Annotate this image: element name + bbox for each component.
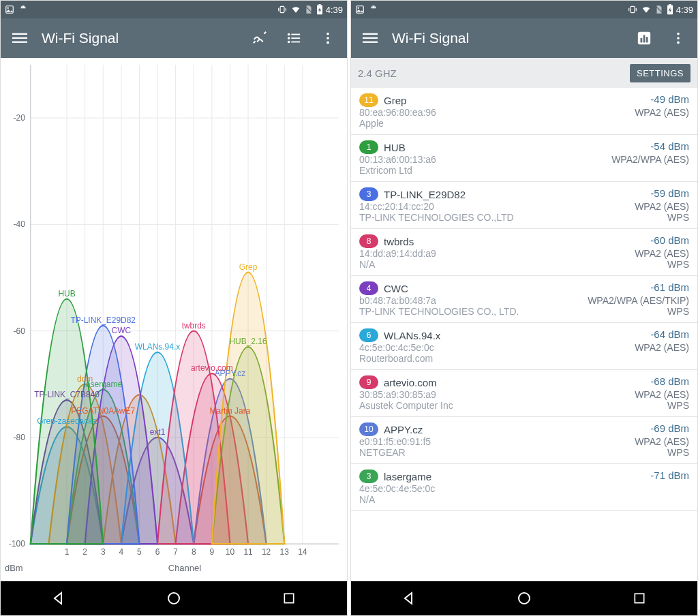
network-item[interactable]: 10 APPY.cz -69 dBm e0:91:f5:e0:91:f5 WPA… xyxy=(351,417,697,464)
svg-text:ext1: ext1 xyxy=(150,427,166,437)
app-bar: Wi-Fi Signal xyxy=(1,18,347,58)
status-time: 4:39 xyxy=(676,5,693,15)
svg-rect-15 xyxy=(291,42,300,43)
svg-point-14 xyxy=(288,41,290,44)
vendor: N/A xyxy=(359,259,629,270)
signal-dbm: -69 dBm xyxy=(635,422,689,436)
list-view-button[interactable] xyxy=(282,26,306,50)
home-button[interactable] xyxy=(504,585,545,612)
mac-address: b0:48:7a:b0:48:7a xyxy=(359,295,582,306)
signal-dbm: -64 dBm xyxy=(635,328,689,342)
image-icon xyxy=(5,5,14,14)
channel-pill: 11 xyxy=(359,93,378,107)
mac-address: 4c:5e:0c:4c:5e:0c xyxy=(359,342,629,353)
channel-pill: 9 xyxy=(359,375,378,389)
svg-text:Grep-zasedacka: Grep-zasedacka xyxy=(37,416,97,426)
security: WPA2/WPA (AES) xyxy=(611,154,689,165)
vendor: NETGEAR xyxy=(359,447,629,458)
vibrate-icon xyxy=(277,5,288,14)
recents-button[interactable] xyxy=(619,585,660,612)
svg-text:TP-LINK_C7B840: TP-LINK_C7B840 xyxy=(34,390,100,399)
overflow-button[interactable] xyxy=(316,26,340,50)
image-icon xyxy=(355,5,365,14)
status-bar: 4:39 xyxy=(351,1,697,18)
svg-text:12: 12 xyxy=(262,547,271,557)
ssid: APPY.cz xyxy=(384,424,423,435)
vendor: Extricom Ltd xyxy=(359,165,606,176)
svg-text:11: 11 xyxy=(243,547,253,557)
svg-rect-87 xyxy=(363,37,378,39)
recents-button[interactable] xyxy=(269,585,309,612)
wps-flag: WPS xyxy=(588,306,689,317)
svg-rect-92 xyxy=(646,37,648,42)
svg-point-96 xyxy=(519,593,530,604)
no-sim-icon xyxy=(654,5,664,14)
svg-text:dBm: dBm xyxy=(5,563,23,573)
network-item[interactable]: 3 lasergame -71 dBm 4e:5e:0c:4e:5e:0c N/… xyxy=(351,464,697,511)
svg-point-12 xyxy=(288,37,290,40)
menu-button[interactable] xyxy=(7,26,32,50)
mac-address: 14:dd:a9:14:dd:a9 xyxy=(359,248,629,259)
vendor: Routerboard.com xyxy=(359,353,629,364)
wps-flag: WPS xyxy=(635,400,689,411)
vendor: TP-LINK TECHNOLOGIES CO., LTD. xyxy=(359,306,582,317)
security: WPA2/WPA (AES/TKIP) xyxy=(588,295,689,306)
settings-button[interactable]: SETTINGS xyxy=(630,64,691,82)
svg-point-10 xyxy=(288,33,290,36)
wps-flag xyxy=(611,165,689,176)
ssid: artevio.com xyxy=(384,377,437,388)
svg-text:HUB: HUB xyxy=(58,289,75,298)
svg-point-2 xyxy=(22,6,22,7)
network-item[interactable]: 8 twbrds -60 dBm 14:dd:a9:14:dd:a9 WPA2 … xyxy=(351,229,697,276)
svg-rect-91 xyxy=(643,35,646,42)
signal-dbm: -61 dBm xyxy=(588,281,689,295)
network-list[interactable]: 11 Grep -49 dBm 80:ea:96:80:ea:96 WPA2 (… xyxy=(351,88,697,581)
app-title: Wi-Fi Signal xyxy=(42,30,238,46)
svg-rect-9 xyxy=(12,42,27,43)
svg-rect-6 xyxy=(318,4,320,5)
app-title: Wi-Fi Signal xyxy=(392,30,622,46)
wps-flag xyxy=(635,118,689,129)
svg-rect-79 xyxy=(356,6,364,14)
back-button[interactable] xyxy=(38,585,79,612)
svg-text:-40: -40 xyxy=(14,219,26,229)
security: WPA2 (AES) xyxy=(635,107,689,118)
network-item[interactable]: 6 WLANs.94.x -64 dBm 4c:5e:0c:4c:5e:0c W… xyxy=(351,323,697,370)
signal-view-button[interactable] xyxy=(247,26,272,50)
svg-text:CWC: CWC xyxy=(112,326,132,335)
network-item[interactable]: 11 Grep -49 dBm 80:ea:96:80:ea:96 WPA2 (… xyxy=(351,88,697,135)
svg-point-81 xyxy=(372,6,373,7)
channel-pill: 3 xyxy=(359,187,378,201)
wps-flag xyxy=(635,353,689,364)
network-item[interactable]: 9 artevio.com -68 dBm 30:85:a9:30:85:a9 … xyxy=(351,370,697,417)
svg-point-1 xyxy=(7,7,9,9)
home-button[interactable] xyxy=(153,585,194,612)
mac-address: e0:91:f5:e0:91:f5 xyxy=(359,436,629,447)
svg-text:twbrds: twbrds xyxy=(182,321,206,330)
vendor: Asustek Computer Inc xyxy=(359,400,629,411)
app-bar: Wi-Fi Signal xyxy=(351,18,697,58)
svg-text:HUB_2.16: HUB_2.16 xyxy=(229,337,267,346)
phone-chart-view: 4:39 Wi-Fi Signal -20-40-60-80-100123456… xyxy=(0,0,348,616)
svg-point-18 xyxy=(327,42,329,44)
svg-rect-11 xyxy=(291,34,300,35)
svg-point-93 xyxy=(677,33,680,35)
svg-text:Grep: Grep xyxy=(239,262,258,272)
network-item[interactable]: 4 CWC -61 dBm b0:48:7a:b0:48:7a WPA2/WPA… xyxy=(351,276,697,323)
network-item[interactable]: 3 TP-LINK_E29D82 -59 dBm 14:cc:20:14:cc:… xyxy=(351,182,697,229)
network-item[interactable]: 1 HUB -54 dBm 00:13:a6:00:13:a6 WPA2/WPA… xyxy=(351,135,697,182)
overflow-button[interactable] xyxy=(666,26,691,50)
back-button[interactable] xyxy=(389,585,429,612)
mac-address: 14:cc:20:14:cc:20 xyxy=(359,201,629,212)
ssid: lasergame xyxy=(384,471,431,482)
mac-address: 00:13:a6:00:13:a6 xyxy=(359,154,606,165)
menu-button[interactable] xyxy=(358,26,382,50)
svg-rect-7 xyxy=(12,33,27,35)
chart-view-button[interactable] xyxy=(632,26,656,50)
svg-point-82 xyxy=(374,6,375,7)
channel-pill: 6 xyxy=(359,328,378,342)
signal-dbm: -59 dBm xyxy=(635,187,689,201)
svg-rect-97 xyxy=(635,594,644,602)
vendor: TP-LINK TECHNOLOGIES CO.,LTD xyxy=(359,212,629,223)
no-sim-icon xyxy=(304,5,314,14)
